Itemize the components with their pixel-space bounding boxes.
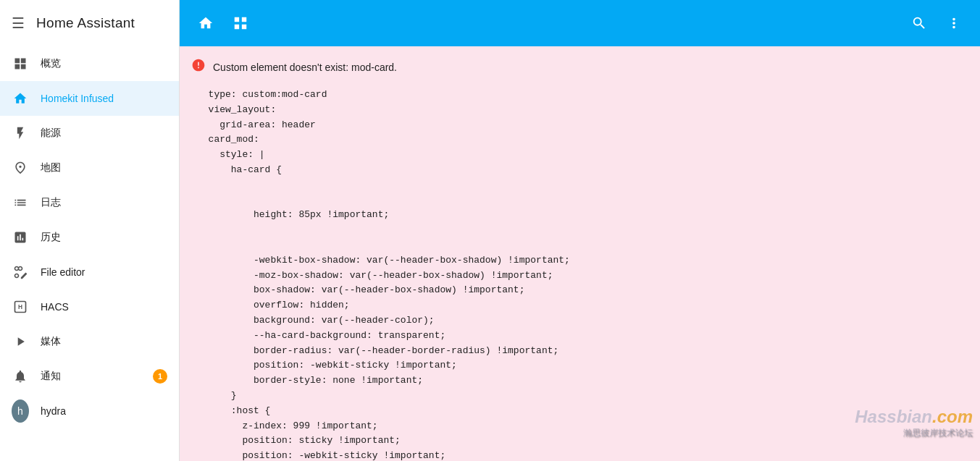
menu-icon[interactable]: ☰ — [12, 14, 25, 32]
sidebar-item-label-overview: 概览 — [41, 57, 167, 70]
sidebar-item-energy[interactable]: 能源 — [0, 116, 179, 151]
sidebar-nav: 概览Homekit Infused能源地图日志历史File editorHHAC… — [0, 46, 179, 428]
overview-icon — [12, 55, 29, 72]
sidebar-header: ☰ Home Assistant — [0, 0, 179, 46]
error-code: type: custom:mod-card view_layout: grid-… — [191, 88, 968, 461]
sidebar-item-map[interactable]: 地图 — [0, 151, 179, 185]
sidebar-item-label-log: 日志 — [41, 196, 167, 209]
notify-icon — [12, 368, 29, 385]
sidebar-item-label-notify: 通知 — [41, 370, 141, 383]
sidebar-item-homekit[interactable]: Homekit Infused — [0, 81, 179, 116]
log-icon — [12, 194, 29, 211]
sidebar-item-history[interactable]: 历史 — [0, 220, 179, 255]
svg-text:H: H — [18, 303, 22, 310]
error-header: Custom element doesn't exist: mod-card. — [191, 58, 968, 76]
sidebar-item-label-file-editor: File editor — [41, 266, 167, 278]
history-icon — [12, 229, 29, 246]
error-icon — [191, 58, 206, 76]
avatar: h — [12, 399, 29, 423]
sidebar-item-label-homekit: Homekit Infused — [41, 93, 167, 104]
main-content: Custom element doesn't exist: mod-card. … — [180, 0, 980, 461]
homekit-icon — [12, 90, 29, 107]
content-area: Custom element doesn't exist: mod-card. … — [180, 46, 980, 461]
sidebar-item-notify[interactable]: 通知1 — [0, 359, 179, 394]
sidebar-item-label-history: 历史 — [41, 231, 167, 244]
sidebar-item-label-hydra: hydra — [41, 405, 167, 417]
sidebar-item-overview[interactable]: 概览 — [0, 46, 179, 81]
map-icon — [12, 159, 29, 177]
sidebar-item-hacs[interactable]: HHACS — [0, 289, 179, 324]
search-icon[interactable] — [905, 9, 934, 38]
topbar — [180, 0, 980, 46]
sidebar-item-hydra[interactable]: hhydra — [0, 394, 179, 428]
file-editor-icon — [12, 263, 29, 281]
hacs-icon: H — [12, 298, 29, 316]
app-title: Home Assistant — [36, 15, 135, 31]
sidebar: ☰ Home Assistant 概览Homekit Infused能源地图日志… — [0, 0, 180, 461]
sidebar-item-media[interactable]: 媒体 — [0, 324, 179, 359]
hydra-icon: h — [12, 402, 29, 420]
more-menu-icon[interactable] — [939, 9, 968, 38]
sidebar-item-file-editor[interactable]: File editor — [0, 255, 179, 289]
sidebar-item-log[interactable]: 日志 — [0, 185, 179, 220]
media-icon — [12, 333, 29, 350]
sidebar-item-label-media: 媒体 — [41, 335, 167, 348]
sidebar-item-label-energy: 能源 — [41, 127, 167, 140]
notification-badge: 1 — [153, 369, 167, 384]
sidebar-item-label-map: 地图 — [41, 161, 167, 174]
sidebar-item-label-hacs: HACS — [41, 301, 167, 313]
error-message: Custom element doesn't exist: mod-card. — [213, 62, 397, 73]
energy-icon — [12, 124, 29, 142]
home-icon[interactable] — [191, 9, 220, 38]
grid-icon[interactable] — [226, 9, 255, 38]
